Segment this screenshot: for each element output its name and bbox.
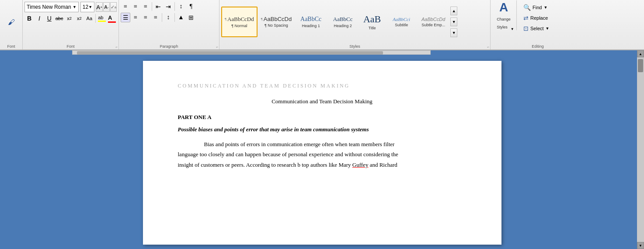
subscript-button[interactable]: x2 xyxy=(65,14,74,23)
find-button[interactable]: 🔍 Find ▼ xyxy=(520,3,566,12)
document-page: COMMUNICATION AND TEAM DECISION MAKING C… xyxy=(143,61,501,245)
change-styles-icon: A xyxy=(499,0,508,14)
doc-subtitle: Communication and Team Decision Making xyxy=(178,98,466,105)
font-name-dropdown[interactable]: Times New Roman ▼ xyxy=(24,2,79,12)
clear-format-button[interactable]: ✓a xyxy=(110,2,117,12)
italic-button[interactable]: I xyxy=(35,14,44,23)
style-nospace-preview: AaBbCcDd xyxy=(264,16,292,22)
font-expand-icon[interactable]: ⌐ xyxy=(115,45,118,49)
styles-scroll: ▲ ▼ ▼ xyxy=(450,7,457,37)
replace-label: Replace xyxy=(530,15,548,21)
find-arrow: ▼ xyxy=(543,5,547,10)
replace-icon: ⇄ xyxy=(523,14,529,21)
style-subtitle-label: Subtitle xyxy=(395,23,408,27)
borders-button[interactable]: ⊞ xyxy=(186,13,196,22)
style-h2-label: Heading 2 xyxy=(334,24,352,28)
grow-font-button[interactable]: A+ xyxy=(96,2,102,12)
increase-indent-button[interactable]: ⇥ xyxy=(164,2,173,11)
doc-para-3-end: and Richard xyxy=(368,161,397,168)
doc-para-3-text: insight of customers or peers. According… xyxy=(178,161,352,168)
shrink-font-button[interactable]: A- xyxy=(103,2,110,12)
scroll-thumb[interactable] xyxy=(638,59,643,72)
replace-button[interactable]: ⇄ Replace xyxy=(520,13,566,23)
numbering-button[interactable]: ≡ xyxy=(131,2,140,11)
font-section: Times New Roman ▼ 12 ▼ A+ A- ✓a B I U ab… xyxy=(23,0,119,49)
horizontal-scroll-thumb xyxy=(77,51,383,55)
style-nospace-label: ¶ No Spacing xyxy=(265,23,288,28)
style-title-preview: AaB xyxy=(363,14,381,25)
style-subtle-preview: AaBbCcDd xyxy=(421,17,445,22)
shading-button[interactable]: ▲ xyxy=(176,13,186,22)
sort-button[interactable]: ↕ xyxy=(176,2,186,11)
style-heading-2[interactable]: AaBbCc Heading 2 xyxy=(327,7,359,37)
style-subtle-emp[interactable]: AaBbCcDd Subtle Emp... xyxy=(418,7,449,37)
align-center-button[interactable]: ≡ xyxy=(131,13,140,22)
strikethrough-button[interactable]: abc xyxy=(55,14,64,23)
doc-paragraph-2: language too closely and can happen beca… xyxy=(178,149,466,159)
document-area: COMMUNICATION AND TEAM DECISION MAKING C… xyxy=(0,50,644,249)
horizontal-scrollbar[interactable] xyxy=(72,50,431,55)
styles-section: ¶ AaBbCcDd ¶ Normal ¶ AaBbCcDd ¶ No Spac… xyxy=(219,0,491,49)
change-styles-button[interactable]: A Change Styles ▼ xyxy=(491,0,517,31)
font-size-arrow: ▼ xyxy=(88,5,92,9)
change-case-button[interactable]: Aa xyxy=(84,14,94,23)
underline-button[interactable]: U xyxy=(45,14,54,23)
doc-paragraph-1: Bias and points of errors in communicati… xyxy=(178,139,466,149)
styles-expand-icon[interactable]: ⌐ xyxy=(487,45,489,49)
separator-2 xyxy=(152,2,152,11)
para-row-1: ≡ ≡ ≡ ⇤ ⇥ ↕ ¶ xyxy=(121,2,217,11)
styles-scroll-up[interactable]: ▲ xyxy=(450,7,457,15)
style-title-label: Title xyxy=(369,26,376,30)
align-left-button[interactable]: ☰ xyxy=(121,13,130,22)
separator-4 xyxy=(162,13,162,22)
bullets-button[interactable]: ≡ xyxy=(121,2,130,11)
style-normal[interactable]: ¶ AaBbCcDd ¶ Normal xyxy=(221,7,258,37)
doc-part: PART ONE A xyxy=(178,114,466,121)
style-heading-1[interactable]: AaBbCc Heading 1 xyxy=(295,7,327,37)
format-painter-button[interactable]: 🖌 xyxy=(3,14,19,30)
doc-gray-title: COMMUNICATION AND TEAM DECISION MAKING xyxy=(178,83,466,89)
vertical-scrollbar[interactable]: ▲ ▼ xyxy=(637,50,644,249)
multilevel-button[interactable]: ≡ xyxy=(141,2,150,11)
highlight-button[interactable]: ab xyxy=(97,14,107,23)
clipboard-label: Font xyxy=(7,44,15,49)
justify-button[interactable]: ≡ xyxy=(151,13,160,22)
clipboard-group: 🖌 Font xyxy=(0,0,23,49)
bold-button[interactable]: B xyxy=(24,14,34,23)
style-h1-preview: AaBbCc xyxy=(300,16,321,23)
font-row-1: Times New Roman ▼ 12 ▼ A+ A- ✓a xyxy=(24,2,117,12)
paragraph-expand-icon[interactable]: ⌐ xyxy=(216,45,218,49)
ribbon: 🖌 Font Times New Roman ▼ 12 ▼ A+ A- ✓a xyxy=(0,0,644,50)
decrease-indent-button[interactable]: ⇤ xyxy=(153,2,163,11)
styles-scroll-more[interactable]: ▼ xyxy=(450,28,457,37)
font-row-2: B I U abc x2 x2 Aa ab A xyxy=(24,14,117,23)
doc-guffey-underline: Guffey xyxy=(352,161,369,168)
styles-section-label: Styles xyxy=(349,44,360,49)
scroll-down-button[interactable]: ▼ xyxy=(637,242,644,249)
style-title[interactable]: AaB Title xyxy=(359,7,385,37)
style-subtitle[interactable]: AaBbCci Subtitle xyxy=(386,7,417,37)
para-row-2: ☰ ≡ ≡ ≡ ↕ ▲ ⊞ xyxy=(121,13,217,22)
style-h2-preview: AaBbCc xyxy=(333,16,353,23)
font-dropdown-arrow: ▼ xyxy=(73,5,77,9)
editing-section-label: Editing xyxy=(532,44,544,49)
show-hide-button[interactable]: ¶ xyxy=(186,2,196,11)
font-size-dropdown[interactable]: 12 ▼ xyxy=(80,2,94,12)
style-subtle-label: Subtle Emp... xyxy=(421,23,445,27)
style-no-spacing[interactable]: ¶ AaBbCcDd ¶ No Spacing xyxy=(258,7,295,37)
select-button[interactable]: ⊡ Select ▼ xyxy=(520,24,566,33)
separator-1 xyxy=(95,14,96,23)
doc-paragraph-3: insight of customers or peers. According… xyxy=(178,160,466,170)
editing-section: 🔍 Find ▼ ⇄ Replace ⊡ Select ▼ Editing xyxy=(517,0,569,49)
styles-scroll-down[interactable]: ▼ xyxy=(450,18,457,26)
scroll-up-button[interactable]: ▲ xyxy=(637,50,644,57)
superscript-button[interactable]: x2 xyxy=(74,14,84,23)
line-spacing-button[interactable]: ↕ xyxy=(164,13,173,22)
separator-5 xyxy=(174,13,175,22)
style-normal-label: ¶ Normal xyxy=(231,24,247,28)
select-arrow: ▼ xyxy=(546,26,550,31)
font-color-button[interactable]: A xyxy=(107,14,117,23)
paragraph-section: ≡ ≡ ≡ ⇤ ⇥ ↕ ¶ ☰ ≡ ≡ ≡ ↕ ▲ ⊞ xyxy=(119,0,219,49)
align-right-button[interactable]: ≡ xyxy=(141,13,150,22)
select-label: Select xyxy=(530,26,544,31)
